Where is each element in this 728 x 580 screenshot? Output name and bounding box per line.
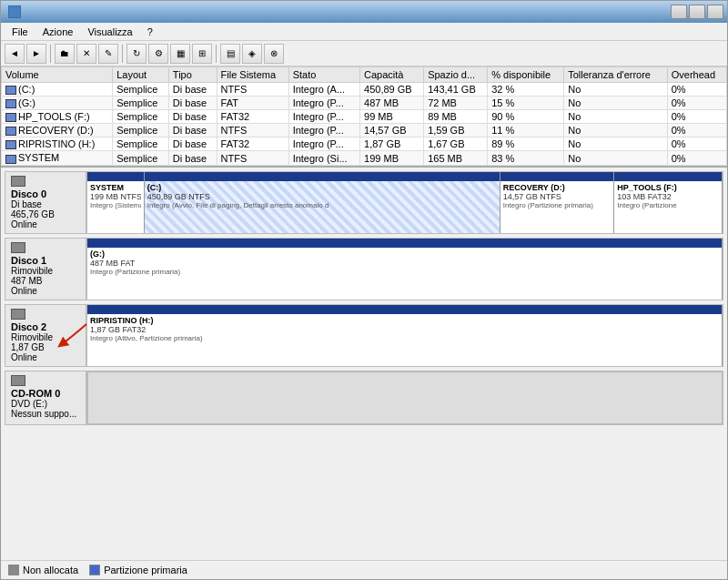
cell-toll: No — [564, 151, 668, 165]
disk-segment-0-0[interactable]: SYSTEM199 MB NTFSIntegro (Sistema, Atti — [87, 172, 145, 233]
cell-layout: Semplice — [113, 137, 169, 151]
disk-status-label: Online — [11, 286, 80, 296]
col-overhead: Overhead — [667, 67, 726, 83]
disk-name-label: Disco 1 — [11, 255, 80, 266]
toolbar-btn-10[interactable]: ⊗ — [264, 44, 284, 64]
table-header-row: Volume Layout Tipo File Sistema Stato Ca… — [2, 67, 727, 83]
toolbar-btn-5[interactable]: ⚙ — [148, 44, 168, 64]
cell-toll: No — [564, 124, 668, 137]
table-row[interactable]: HP_TOOLS (F:) Semplice Di base FAT32 Int… — [2, 110, 727, 124]
cell-tipo: Di base — [168, 83, 217, 97]
segment-title: (C:) — [147, 183, 497, 192]
toolbar-btn-4[interactable]: ↻ — [126, 44, 147, 64]
disk-segment-0-3[interactable]: HP_TOOLS (F:)103 MB FAT32Integro (Partiz… — [614, 172, 723, 233]
cell-layout: Semplice — [113, 97, 169, 110]
cell-perc: 32 % — [488, 83, 564, 97]
toolbar-btn-2[interactable]: ✕ — [76, 44, 96, 64]
toolbar-btn-forward[interactable]: ► — [26, 44, 46, 64]
disk-segment-0-2[interactable]: RECOVERY (D:)14,57 GB NTFSIntegro (Parti… — [500, 172, 615, 233]
cell-over: 0% — [667, 110, 726, 124]
minimize-button[interactable] — [671, 5, 687, 19]
menu-visualizza[interactable]: Visualizza — [80, 25, 139, 39]
app-icon — [8, 5, 21, 18]
menu-file[interactable]: File — [5, 25, 35, 39]
legend-primary-label: Partizione primaria — [104, 565, 187, 575]
legend-unallocated-box — [8, 565, 19, 575]
col-perc: % disponibile — [488, 67, 564, 83]
cell-stato: Integro (P... — [288, 97, 359, 110]
disk-segment-2-0[interactable]: RIPRISTINO (H:)1,87 GB FAT32Integro (Att… — [87, 305, 723, 366]
toolbar-sep-2 — [122, 45, 123, 63]
volume-table-container: Volume Layout Tipo File Sistema Stato Ca… — [1, 66, 727, 168]
segment-title: RIPRISTINO (H:) — [90, 316, 719, 325]
table-row[interactable]: (G:) Semplice Di base FAT Integro (P... … — [2, 97, 727, 110]
cell-cap: 199 MB — [360, 151, 424, 165]
cell-fs: FAT32 — [217, 110, 288, 124]
toolbar-btn-3[interactable]: ✎ — [98, 44, 118, 64]
disk-label-3: CD-ROM 0DVD (E:)Nessun suppo... — [5, 371, 86, 425]
cell-over: 0% — [667, 97, 726, 110]
cell-over: 0% — [667, 137, 726, 151]
toolbar-btn-9[interactable]: ◈ — [242, 44, 262, 64]
maximize-button[interactable] — [689, 5, 705, 19]
cell-over: 0% — [667, 124, 726, 137]
table-row[interactable]: (C:) Semplice Di base NTFS Integro (A...… — [2, 83, 727, 97]
toolbar-sep-3 — [216, 45, 217, 63]
table-row[interactable]: RIPRISTINO (H:) Semplice Di base FAT32 I… — [2, 137, 727, 151]
segment-header-bar — [87, 172, 144, 181]
cell-cap: 99 MB — [360, 110, 424, 124]
disk-segment-1-0[interactable]: (G:)487 MB FATIntegro (Partizione primar… — [87, 239, 723, 300]
disk-segment-0-1[interactable]: (C:)450,89 GB NTFSIntegro (Avvio, File d… — [145, 172, 500, 233]
window-controls — [671, 5, 723, 19]
menu-help[interactable]: ? — [140, 25, 160, 39]
main-content: Volume Layout Tipo File Sistema Stato Ca… — [1, 66, 727, 579]
close-button[interactable] — [707, 5, 723, 19]
cell-stato: Integro (P... — [288, 137, 359, 151]
volume-table: Volume Layout Tipo File Sistema Stato Ca… — [1, 66, 727, 166]
cell-perc: 83 % — [488, 151, 564, 165]
disk-empty-segment — [87, 371, 723, 424]
cell-perc: 15 % — [488, 97, 564, 110]
segment-header-bar — [614, 172, 722, 181]
disk-icon — [11, 375, 25, 386]
col-stato: Stato — [288, 67, 359, 83]
segment-title: RECOVERY (D:) — [503, 183, 612, 192]
disk-size-label: 1,87 GB — [11, 342, 80, 352]
cell-fs: NTFS — [217, 151, 288, 165]
toolbar-btn-back[interactable]: ◄ — [5, 44, 25, 64]
cell-spazio: 72 MB — [424, 97, 488, 110]
legend-unallocated: Non allocata — [8, 565, 78, 575]
segment-sub1: 450,89 GB NTFS — [147, 192, 497, 201]
legend: Non allocata Partizione primaria — [1, 560, 727, 579]
cell-over: 0% — [667, 151, 726, 165]
legend-primary-box — [89, 565, 100, 575]
cell-fs: NTFS — [217, 124, 288, 137]
toolbar-sep-1 — [50, 45, 51, 63]
legend-unallocated-label: Non allocata — [23, 565, 78, 575]
segment-sub1: 487 MB FAT — [90, 259, 719, 268]
cell-fs: FAT — [217, 97, 288, 110]
segment-header-bar — [500, 172, 614, 181]
disk-type-label: Rimovibile — [11, 266, 80, 276]
menu-bar: File Azione Visualizza ? — [1, 23, 727, 41]
disk-segments-0: SYSTEM199 MB NTFSIntegro (Sistema, Atti(… — [86, 171, 723, 234]
cell-tipo: Di base — [168, 151, 217, 165]
table-row[interactable]: RECOVERY (D:) Semplice Di base NTFS Inte… — [2, 124, 727, 137]
table-row[interactable]: SYSTEM Semplice Di base NTFS Integro (Si… — [2, 151, 727, 165]
cell-volume: RIPRISTINO (H:) — [2, 137, 113, 151]
toolbar-btn-6[interactable]: ▦ — [170, 44, 190, 64]
disk-size-label: 487 MB — [11, 276, 80, 286]
segment-sub2: Integro (Attivo, Partizione primaria) — [90, 334, 719, 342]
cell-volume: RECOVERY (D:) — [2, 124, 113, 137]
toolbar-btn-7[interactable]: ⊞ — [192, 44, 212, 64]
disk-segments-1: (G:)487 MB FATIntegro (Partizione primar… — [86, 238, 723, 300]
cell-over: 0% — [667, 83, 726, 97]
toolbar-btn-1[interactable]: 🖿 — [55, 44, 75, 64]
menu-azione[interactable]: Azione — [35, 25, 81, 39]
cell-layout: Semplice — [113, 151, 169, 165]
cell-cap: 1,87 GB — [360, 137, 424, 151]
col-filesystem: File Sistema — [217, 67, 288, 83]
segment-header-bar — [87, 305, 722, 314]
segment-title: SYSTEM — [90, 183, 141, 192]
toolbar-btn-8[interactable]: ▤ — [220, 44, 240, 64]
